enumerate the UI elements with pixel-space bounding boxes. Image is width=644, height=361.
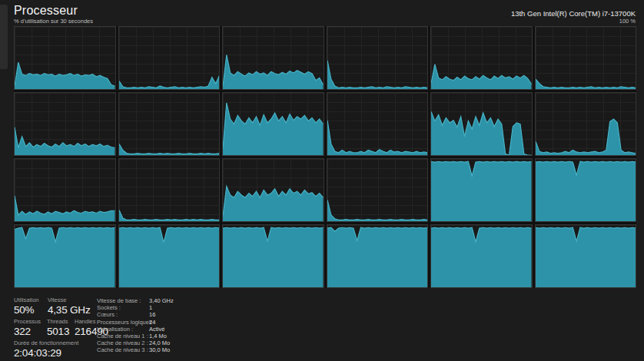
detail-value: 24,0 Mo	[149, 339, 170, 346]
cpu-core-graph-2[interactable]	[222, 26, 324, 90]
cpu-core-graph-10[interactable]	[430, 92, 533, 156]
cpu-core-graph-6[interactable]	[14, 92, 116, 156]
cpu-core-graph-16[interactable]	[430, 158, 533, 222]
utilization-area-chart	[536, 27, 636, 89]
cpu-core-graph-11[interactable]	[535, 92, 637, 156]
detail-value: Activé	[149, 326, 164, 333]
detail-row: Sockets :1	[97, 304, 174, 311]
utilization-area-chart	[119, 93, 220, 155]
detail-row: Cache de niveau 3 :30,0 Mo	[97, 346, 174, 353]
utilization-area-chart	[431, 159, 532, 221]
cpu-core-graph-5[interactable]	[535, 26, 637, 90]
utilization-area-chart	[536, 159, 636, 221]
utilization-area-chart	[223, 159, 324, 221]
stat-item: Utilisation50%	[14, 296, 48, 316]
cpu-core-graph-7[interactable]	[118, 92, 221, 156]
stat-item: Vitesse4,35 GHz	[48, 296, 93, 316]
utilization-area-chart	[536, 93, 636, 155]
cpu-core-graph-0[interactable]	[14, 26, 116, 90]
detail-label: Processeurs logiques :	[97, 319, 149, 326]
detail-value: 3,40 GHz	[149, 297, 174, 304]
utilization-area-chart	[223, 93, 324, 155]
utilization-area-chart	[327, 93, 428, 155]
utilization-area-chart	[223, 27, 324, 89]
utilization-area-chart	[119, 27, 220, 89]
cpu-core-graph-8[interactable]	[222, 92, 324, 156]
utilization-area-chart	[15, 93, 115, 155]
stat-value: 2:04:03:29	[14, 347, 78, 359]
page-title: Processeur	[14, 4, 78, 18]
detail-value: 24	[149, 319, 155, 326]
cpu-core-graph-21[interactable]	[327, 224, 429, 288]
cpu-core-graph-19[interactable]	[118, 224, 221, 288]
cpu-core-graph-23[interactable]	[535, 224, 637, 288]
stats-summary-column: Utilisation50%Vitesse4,35 GHzProcessus32…	[14, 296, 97, 361]
detail-row: Vitesse de base :3,40 GHz	[97, 297, 174, 304]
nav-rail-edge[interactable]	[0, 5, 8, 69]
cpu-core-graph-13[interactable]	[118, 158, 221, 222]
detail-label: Vitesse de base :	[97, 297, 149, 304]
detail-label: Cache de niveau 1 :	[97, 333, 149, 339]
detail-value: 30,0 Mo	[149, 346, 170, 353]
utilization-area-chart	[327, 225, 428, 287]
cpu-core-graph-18[interactable]	[14, 224, 116, 288]
cpu-core-graph-12[interactable]	[14, 158, 116, 222]
cpu-stats-panel: Utilisation50%Vitesse4,35 GHzProcessus32…	[14, 296, 174, 361]
task-manager-cpu-page: Processeur 13th Gen Intel(R) Core(TM) i7…	[0, 0, 644, 361]
detail-label: Sockets :	[97, 304, 149, 311]
stat-group: Processus322Threads5013Handles216490	[14, 318, 97, 337]
stat-group: Utilisation50%Vitesse4,35 GHz	[14, 296, 97, 316]
cpu-core-graph-14[interactable]	[222, 158, 324, 222]
utilization-area-chart	[119, 159, 220, 221]
detail-row: Cache de niveau 2 :24,0 Mo	[97, 339, 174, 346]
stat-item: Threads5013	[47, 318, 75, 337]
utilization-area-chart	[431, 93, 532, 155]
per-core-utilization-grid	[14, 26, 636, 288]
detail-label: Virtualisation :	[97, 326, 149, 333]
utilization-area-chart	[327, 159, 428, 221]
utilization-area-chart	[15, 159, 115, 221]
stat-item: Durée de fonctionnement2:04:03:29	[14, 339, 81, 359]
detail-label: Cœurs :	[97, 311, 149, 318]
graph-caption: % d’utilisation sur 30 secondes	[14, 18, 93, 25]
detail-value: 1,4 Mo	[149, 333, 167, 339]
stat-value: 4,35 GHz	[48, 304, 90, 316]
stat-value: 5013	[47, 326, 71, 337]
cpu-core-graph-22[interactable]	[430, 224, 533, 288]
utilization-area-chart	[119, 225, 220, 287]
cpu-core-graph-20[interactable]	[222, 224, 324, 288]
cpu-core-graph-15[interactable]	[327, 158, 429, 222]
detail-label: Cache de niveau 2 :	[97, 339, 149, 346]
stat-group: Durée de fonctionnement2:04:03:29	[14, 339, 97, 359]
graph-max-label: 100 %	[619, 18, 636, 25]
detail-value: 1	[149, 304, 152, 311]
cpu-core-graph-4[interactable]	[430, 26, 533, 90]
stat-label: Durée de fonctionnement	[14, 339, 78, 346]
stat-label: Vitesse	[48, 296, 90, 303]
cpu-model-label: 13th Gen Intel(R) Core(TM) i7-13700K	[511, 9, 636, 18]
detail-row: Cœurs :16	[97, 311, 174, 318]
detail-label: Cache de niveau 3 :	[97, 346, 149, 353]
cpu-core-graph-3[interactable]	[327, 26, 429, 90]
cpu-core-graph-1[interactable]	[118, 26, 221, 90]
stat-label: Utilisation	[14, 296, 45, 303]
utilization-area-chart	[431, 225, 532, 287]
stat-value: 322	[14, 326, 44, 337]
detail-row: Virtualisation :Activé	[97, 326, 174, 333]
stat-value: 50%	[14, 304, 45, 316]
utilization-area-chart	[15, 27, 115, 89]
utilization-area-chart	[327, 27, 428, 89]
detail-row: Cache de niveau 1 :1,4 Mo	[97, 333, 174, 339]
utilization-area-chart	[223, 225, 324, 287]
stat-item: Processus322	[14, 318, 47, 337]
utilization-area-chart	[536, 225, 636, 287]
stat-label: Processus	[14, 318, 44, 325]
utilization-area-chart	[15, 225, 115, 287]
cpu-core-graph-17[interactable]	[535, 158, 637, 222]
graph-meta-row: % d’utilisation sur 30 secondes 100 %	[14, 18, 636, 25]
utilization-area-chart	[431, 27, 532, 89]
stat-label: Threads	[47, 318, 71, 325]
stats-detail-column: Vitesse de base :3,40 GHzSockets :1Cœurs…	[97, 296, 174, 354]
cpu-core-graph-9[interactable]	[327, 92, 429, 156]
detail-row: Processeurs logiques :24	[97, 319, 174, 326]
